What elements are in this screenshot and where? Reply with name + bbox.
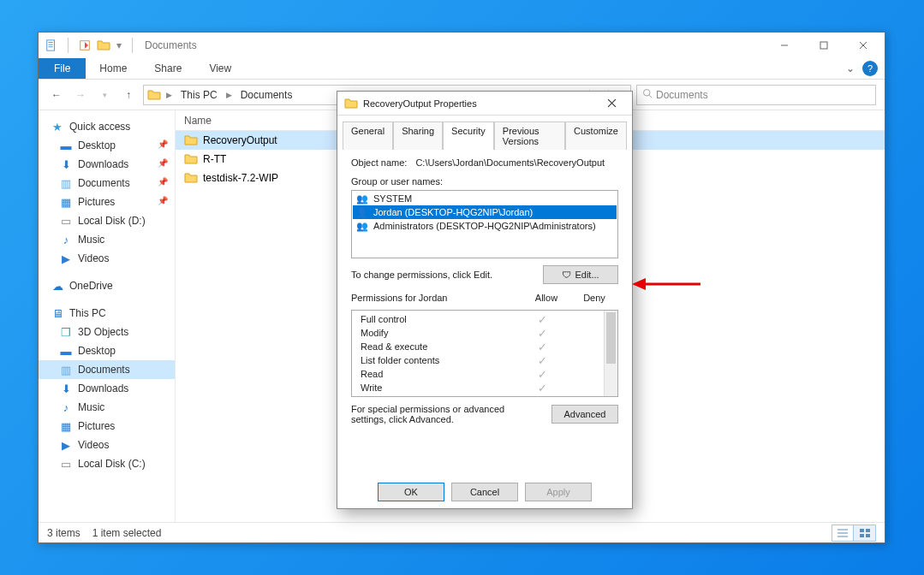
nav-up-button[interactable]: ↑ (119, 86, 138, 104)
sidebar-item-label: Pictures (78, 196, 115, 208)
folder-icon (184, 152, 198, 166)
chevron-right-icon[interactable]: ▶ (224, 91, 234, 99)
folder-icon (96, 38, 111, 53)
user-row[interactable]: 👤 Jordan (DESKTOP-HQG2NIP\Jordan) (353, 205, 617, 219)
permission-name: Read & execute (355, 341, 518, 352)
sidebar-item-documents[interactable]: ▥ Documents 📌 (39, 174, 175, 193)
properties-dialog: RecoveryOutput Properties General Sharin… (337, 91, 633, 509)
sidebar-item-local-disk-d[interactable]: ▭ Local Disk (D:) (39, 211, 175, 230)
permissions-listbox[interactable]: Full control ✓ Modify ✓ Read & execute ✓… (351, 310, 618, 397)
users-listbox[interactable]: 👥 SYSTEM 👤 Jordan (DESKTOP-HQG2NIP\Jorda… (351, 190, 618, 258)
sidebar-item-onedrive[interactable]: ☁ OneDrive (39, 276, 175, 295)
group-users-label: Group or user names: (351, 176, 618, 187)
user-name: Jordan (DESKTOP-HQG2NIP\Jordan) (373, 207, 533, 217)
sidebar-item-pictures-pc[interactable]: ▦ Pictures (39, 417, 175, 436)
pc-icon: 🖥 (51, 306, 64, 320)
sidebar-item-local-disk-c[interactable]: ▭ Local Disk (C:) (39, 454, 175, 473)
sidebar-item-label: OneDrive (69, 280, 113, 292)
sidebar-item-videos[interactable]: ▶ Videos (39, 249, 175, 268)
sidebar-item-3d-objects[interactable]: ❒ 3D Objects (39, 323, 175, 341)
tab-home[interactable]: Home (86, 58, 140, 79)
dialog-body: Object name: C:\Users\Jordan\Documents\R… (343, 149, 627, 471)
chevron-right-icon[interactable]: ▶ (164, 91, 174, 99)
view-details-button[interactable] (832, 525, 854, 542)
sidebar-item-desktop[interactable]: ▬ Desktop 📌 (39, 136, 175, 155)
sidebar-item-downloads[interactable]: ⬇ Downloads 📌 (39, 155, 175, 174)
nav-recent-dropdown[interactable]: ▾ (95, 86, 114, 104)
tab-view[interactable]: View (195, 58, 245, 79)
properties-icon[interactable] (44, 38, 59, 53)
tab-share[interactable]: Share (140, 58, 195, 79)
sidebar-item-music-pc[interactable]: ♪ Music (39, 398, 175, 417)
tab-general[interactable]: General (343, 122, 393, 150)
folder-icon (344, 97, 358, 110)
sidebar-item-label: Documents (78, 364, 130, 376)
tab-file[interactable]: File (39, 58, 86, 79)
sidebar-item-quick-access[interactable]: ★ Quick access (39, 117, 175, 136)
permission-name: List folder contents (355, 355, 518, 365)
tab-sharing[interactable]: Sharing (393, 122, 443, 150)
sidebar-item-label: 3D Objects (78, 326, 128, 338)
disk-icon: ▭ (59, 214, 73, 228)
tab-customize[interactable]: Customize (565, 122, 627, 150)
close-button[interactable] (844, 33, 883, 58)
object-name-value: C:\Users\Jordan\Documents\RecoveryOutput (415, 157, 605, 168)
user-row[interactable]: 👥 Administrators (DESKTOP-HQG2NIP\Admini… (353, 219, 617, 233)
tab-security[interactable]: Security (443, 122, 494, 150)
pin-icon: 📌 (158, 139, 168, 149)
sidebar-item-desktop-pc[interactable]: ▬ Desktop (39, 341, 175, 360)
breadcrumb[interactable]: Documents (237, 89, 296, 101)
pictures-icon: ▦ (59, 195, 73, 209)
apply-button[interactable]: Apply (525, 483, 592, 501)
sidebar-item-videos-pc[interactable]: ▶ Videos (39, 436, 175, 454)
allow-check-icon: ✓ (518, 368, 566, 381)
permission-name: Write (355, 382, 518, 393)
permission-row: Modify ✓ (355, 326, 614, 340)
close-button[interactable] (598, 93, 625, 114)
maximize-button[interactable] (804, 33, 844, 58)
sidebar-item-pictures[interactable]: ▦ Pictures 📌 (39, 193, 175, 211)
pin-icon: 📌 (158, 177, 168, 187)
folder-icon (184, 133, 198, 147)
ribbon-tabs: File Home Share View ⌄ ? (39, 58, 885, 80)
desktop-icon: ▬ (59, 344, 73, 358)
sidebar-item-music[interactable]: ♪ Music (39, 230, 175, 249)
scrollbar[interactable] (604, 311, 617, 396)
deny-column-header: Deny (570, 293, 618, 303)
sidebar-item-label: Videos (78, 439, 109, 451)
chevron-down-icon[interactable]: ▾ (115, 38, 123, 53)
tab-previous-versions[interactable]: Previous Versions (494, 122, 565, 150)
search-input[interactable]: Documents (636, 85, 876, 105)
sidebar-item-label: Local Disk (D:) (78, 215, 146, 227)
view-thumbnails-button[interactable] (854, 525, 876, 542)
sidebar-item-this-pc[interactable]: 🖥 This PC (39, 304, 175, 323)
minimize-button[interactable] (765, 33, 804, 58)
sidebar-item-documents-pc[interactable]: ▥ Documents (39, 360, 175, 379)
permission-row: Read ✓ (355, 367, 614, 381)
permission-row: Read & execute ✓ (355, 340, 614, 353)
file-name: R-TT (203, 153, 226, 165)
user-row[interactable]: 👥 SYSTEM (353, 192, 617, 205)
nav-back-button[interactable]: ← (47, 86, 66, 104)
svg-rect-17 (866, 534, 870, 537)
breadcrumb[interactable]: This PC (177, 89, 221, 101)
user-group-icon: 👥 (356, 220, 368, 232)
advanced-button[interactable]: Advanced (551, 405, 618, 424)
sidebar-item-label: Downloads (78, 158, 128, 170)
pin-icon: 📌 (158, 158, 168, 168)
sidebar-item-label: Music (78, 234, 104, 246)
svg-rect-14 (860, 529, 864, 532)
cancel-button[interactable]: Cancel (451, 483, 518, 501)
sidebar-item-label: This PC (69, 307, 106, 319)
sidebar-item-downloads-pc[interactable]: ⬇ Downloads (39, 379, 175, 398)
nav-forward-button[interactable]: → (71, 86, 90, 104)
help-icon[interactable]: ? (862, 61, 878, 76)
ok-button[interactable]: OK (378, 483, 444, 501)
allow-check-icon: ✓ (518, 354, 566, 367)
allow-check-icon: ✓ (518, 341, 566, 353)
edit-button[interactable]: 🛡 Edit... (543, 265, 618, 284)
expand-ribbon-icon[interactable]: ⌄ (845, 58, 859, 79)
object-name-label: Object name: (351, 157, 407, 168)
new-folder-icon[interactable] (77, 38, 92, 53)
folder-icon (184, 171, 198, 185)
